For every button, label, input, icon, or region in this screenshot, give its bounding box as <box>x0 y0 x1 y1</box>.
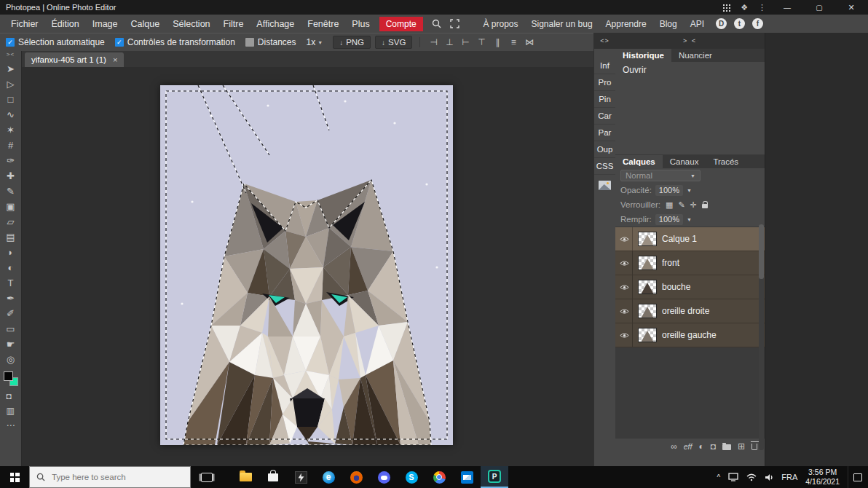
layer-thumbnail[interactable] <box>638 328 657 342</box>
start-button[interactable] <box>0 466 29 488</box>
layer-thumbnail[interactable] <box>638 232 657 246</box>
visibility-eye-icon[interactable] <box>620 275 633 299</box>
color-swatches[interactable] <box>4 371 18 386</box>
link-signaler-un-bug[interactable]: Signaler un bug <box>532 19 593 29</box>
eyedropper-tool[interactable]: ✑ <box>1 153 21 168</box>
select-tool[interactable]: ▷ <box>1 76 21 92</box>
menu-filtre[interactable]: Filtre <box>217 19 250 29</box>
delete-layer-icon[interactable] <box>751 438 757 454</box>
apps-grid-icon[interactable] <box>722 4 730 12</box>
clone-stamp-tool[interactable]: ▣ <box>1 199 21 214</box>
gradient-tool[interactable]: ▤ <box>1 229 21 245</box>
discord-icon[interactable]: D <box>716 18 727 29</box>
action-center-icon[interactable] <box>848 466 867 488</box>
link-a-propos[interactable]: À propos <box>483 19 518 29</box>
dock-tab-oup[interactable]: Oup <box>594 141 615 158</box>
fill-value[interactable]: 100% <box>655 214 683 225</box>
dock-image-thumbnail[interactable] <box>599 181 611 190</box>
type-tool[interactable]: T <box>1 275 21 291</box>
search-input[interactable] <box>50 472 174 482</box>
magic-wand-tool[interactable]: ✶ <box>1 122 21 138</box>
align-left-icon[interactable]: ⊣ <box>427 37 439 47</box>
new-layer-icon[interactable]: ⊞ <box>738 438 745 454</box>
lasso-tool[interactable]: ∿ <box>1 107 21 122</box>
layer-thumbnail[interactable] <box>638 280 657 294</box>
link-layers-icon[interactable]: ∞ <box>671 438 677 454</box>
option-selection-automatique[interactable]: ✓Sélection automatique <box>6 37 105 47</box>
lock-all-icon[interactable] <box>702 200 708 209</box>
taskbar-edge[interactable] <box>315 466 342 488</box>
visibility-eye-icon[interactable] <box>620 251 633 275</box>
move-tool[interactable]: ➤ <box>1 61 21 76</box>
taskbar-firefox[interactable] <box>342 466 370 488</box>
checkbox-selection-automatique-icon[interactable]: ✓ <box>6 38 15 47</box>
language-indicator[interactable]: FRA <box>781 473 797 481</box>
lock-position-icon[interactable]: ✛ <box>690 200 697 210</box>
adjustment-layer-icon[interactable]: ◐ <box>698 438 703 454</box>
document-canvas[interactable] <box>160 85 453 445</box>
canvas-area[interactable] <box>22 67 593 466</box>
dock-tab-inf[interactable]: Inf <box>594 58 615 74</box>
search-icon[interactable] <box>432 19 441 28</box>
align-right-icon[interactable]: ⊢ <box>459 37 471 47</box>
tray-chevron-up-icon[interactable]: ^ <box>717 473 721 481</box>
facebook-icon[interactable]: f <box>752 18 763 29</box>
taskbar-photopea[interactable] <box>481 466 508 488</box>
new-group-folder-icon[interactable] <box>722 438 731 454</box>
maximize-button[interactable]: ▢ <box>808 4 830 12</box>
link-apprendre[interactable]: Apprendre <box>606 19 647 29</box>
dock-tab-pro[interactable]: Pro <box>594 74 615 91</box>
taskbar-microsoft-store[interactable] <box>259 466 287 488</box>
tab-traces[interactable]: Tracés <box>706 155 746 168</box>
menu-selection[interactable]: Sélection <box>166 19 216 29</box>
chevron-down-icon[interactable]: ▼ <box>687 217 692 222</box>
speaker-icon[interactable] <box>765 473 773 481</box>
align-middle-icon[interactable]: ∥ <box>492 37 503 47</box>
hand-tool[interactable]: ☛ <box>1 337 21 352</box>
clock[interactable]: 3:56 PM 4/16/2021 <box>805 468 840 486</box>
dodge-tool[interactable]: ◐ <box>1 260 21 275</box>
path-select-tool[interactable]: ✐ <box>1 306 21 321</box>
taskbar-mail[interactable] <box>453 466 481 488</box>
menu-fenetre[interactable]: Fenêtre <box>301 19 345 29</box>
checkbox-controles-de-transformation-icon[interactable]: ✓ <box>115 38 124 47</box>
tab-historique[interactable]: Historique <box>615 49 671 62</box>
visibility-eye-icon[interactable] <box>620 323 633 347</box>
minimize-button[interactable]: — <box>776 4 798 12</box>
menu-fichier[interactable]: Fichier <box>4 19 45 29</box>
taskbar-power-app[interactable] <box>287 466 315 488</box>
menu-plus[interactable]: Plus <box>345 19 376 29</box>
export-svg-button[interactable]: ↓SVG <box>375 36 412 49</box>
tab-nuancier[interactable]: Nuancier <box>671 49 719 62</box>
menu-calque[interactable]: Calque <box>125 19 167 29</box>
layer-thumbnail[interactable] <box>638 256 657 270</box>
taskbar-discord[interactable] <box>370 466 398 488</box>
layer-mask-icon[interactable]: ◘ <box>711 438 716 454</box>
toolbox-collapse-icon[interactable]: >< <box>7 51 15 61</box>
lock-pixels-icon[interactable]: ✎ <box>678 200 684 210</box>
layer-effects-button[interactable]: eff <box>684 438 693 454</box>
panel-scrollbar[interactable] <box>759 224 764 450</box>
tab-canaux[interactable]: Canaux <box>663 155 706 168</box>
export-png-button[interactable]: ↓PNG <box>333 36 371 49</box>
close-button[interactable]: ✕ <box>840 3 862 12</box>
visibility-eye-icon[interactable] <box>620 227 633 251</box>
tab-close-icon[interactable]: × <box>113 55 117 64</box>
more-tools-icon[interactable]: ⋯ <box>7 418 15 433</box>
distribute-icon[interactable]: ⋈ <box>524 37 535 47</box>
link-api[interactable]: API <box>690 19 704 29</box>
scrollbar-thumb[interactable] <box>759 224 764 279</box>
chevron-down-icon[interactable]: ▼ <box>687 188 692 193</box>
panel-collapse-header[interactable]: > < <box>615 33 765 49</box>
dock-collapse-icon[interactable]: <> <box>594 33 615 49</box>
layer-row-oreille-droite[interactable]: oreille droite <box>615 299 765 323</box>
lock-transparency-icon[interactable]: ▦ <box>666 200 673 210</box>
extensions-puzzle-icon[interactable]: ❖ <box>741 0 748 15</box>
align-center-icon[interactable]: ⊥ <box>443 37 455 47</box>
blur-tool[interactable]: ◗ <box>1 245 21 260</box>
crop-tool[interactable]: # <box>1 138 21 153</box>
foreground-color-swatch[interactable] <box>4 371 13 381</box>
browser-menu-icon[interactable]: ⋮ <box>758 0 766 15</box>
layer-row-front[interactable]: front <box>615 251 765 275</box>
dock-tab-css[interactable]: CSS <box>594 158 615 175</box>
